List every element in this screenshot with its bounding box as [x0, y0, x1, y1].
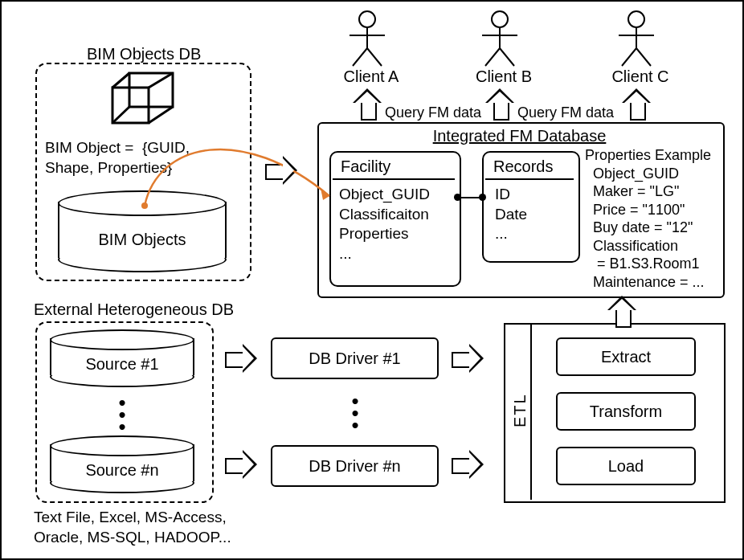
arrow-db-to-client-b: [485, 88, 514, 121]
link-dot-left: [454, 194, 461, 201]
etl-transform-label: Transform: [590, 403, 662, 421]
svg-line-13: [622, 48, 636, 66]
svg-line-19: [149, 107, 173, 123]
etl-extract-label: Extract: [601, 348, 651, 366]
db-driver-1-box: DB Driver #1: [271, 337, 439, 379]
etl-transform-box: Transform: [556, 392, 696, 431]
svg-line-3: [353, 48, 367, 66]
arrow-db-to-client-a: [353, 88, 382, 121]
svg-line-17: [112, 73, 129, 88]
external-db-title: External Heterogeneous DB: [34, 299, 234, 320]
etl-load-box: Load: [556, 447, 696, 485]
arrow-bim-to-fmdb: [265, 156, 297, 185]
client-a-label: Client A: [327, 67, 415, 86]
arrow-driver1-etl: [452, 344, 484, 373]
client-b-label: Client B: [460, 67, 548, 86]
svg-point-5: [492, 11, 508, 27]
svg-point-0: [359, 11, 375, 27]
arrow-etl-to-fmdb: [607, 296, 636, 328]
fm-database-title: Integrated FM Database: [317, 127, 722, 145]
svg-line-4: [367, 48, 382, 66]
cube-icon: [108, 70, 178, 126]
link-dot-right: [479, 194, 486, 201]
architecture-diagram: Client A Client B Client C Query FM data…: [0, 0, 744, 560]
records-header: Records: [493, 156, 553, 177]
bim-object-definition: BIM Object = {GUID, Shape, Properties}: [45, 138, 190, 178]
records-rows: ID Date ...: [495, 185, 527, 244]
facility-divider: [333, 178, 455, 180]
facility-rows: Object_GUID Classificaiton Properties ..…: [339, 185, 430, 264]
svg-point-10: [628, 11, 644, 27]
db-driver-n-label: DB Driver #n: [309, 457, 400, 476]
db-driver-1-label: DB Driver #1: [309, 349, 400, 368]
source-1-label: Source #1: [50, 355, 194, 374]
bim-db-title: BIM Objects DB: [87, 43, 201, 64]
properties-example: Properties Example Object_GUID Maker = "…: [585, 146, 711, 291]
db-driver-n-box: DB Driver #n: [271, 445, 439, 487]
arrow-source1-driver1: [225, 344, 257, 373]
source-1-cylinder: Source #1: [50, 329, 194, 386]
client-c-figure: [612, 10, 660, 67]
bim-objects-cyl-label: BIM Objects: [58, 231, 227, 249]
svg-line-14: [636, 48, 651, 66]
query-label-ab: Query FM data: [385, 104, 481, 122]
arrow-db-to-client-c: [622, 88, 651, 121]
facility-header: Facility: [341, 156, 390, 177]
external-sources-note: Text File, Excel, MS-Access, Oracle, MS-…: [34, 508, 231, 547]
records-divider: [485, 178, 574, 180]
source-n-cylinder: Source #n: [50, 435, 194, 492]
bim-objects-cylinder: BIM Objects: [58, 190, 227, 271]
arrow-sourcen-drivern: [225, 450, 257, 479]
client-a-figure: [343, 10, 391, 67]
arrow-drivern-etl: [452, 450, 484, 479]
query-label-bc: Query FM data: [517, 104, 614, 122]
sources-vdots: •••: [114, 395, 130, 434]
client-c-label: Client C: [596, 67, 685, 86]
drivers-vdots: •••: [347, 394, 363, 432]
svg-line-8: [485, 48, 500, 66]
client-b-figure: [476, 10, 524, 67]
etl-extract-box: Extract: [556, 337, 696, 376]
svg-line-18: [149, 73, 173, 88]
svg-line-9: [500, 48, 514, 66]
etl-load-label: Load: [608, 457, 644, 476]
etl-divider: [530, 323, 532, 500]
source-n-label: Source #n: [50, 461, 194, 480]
etl-label: ETL: [509, 393, 530, 427]
svg-line-20: [112, 107, 129, 123]
